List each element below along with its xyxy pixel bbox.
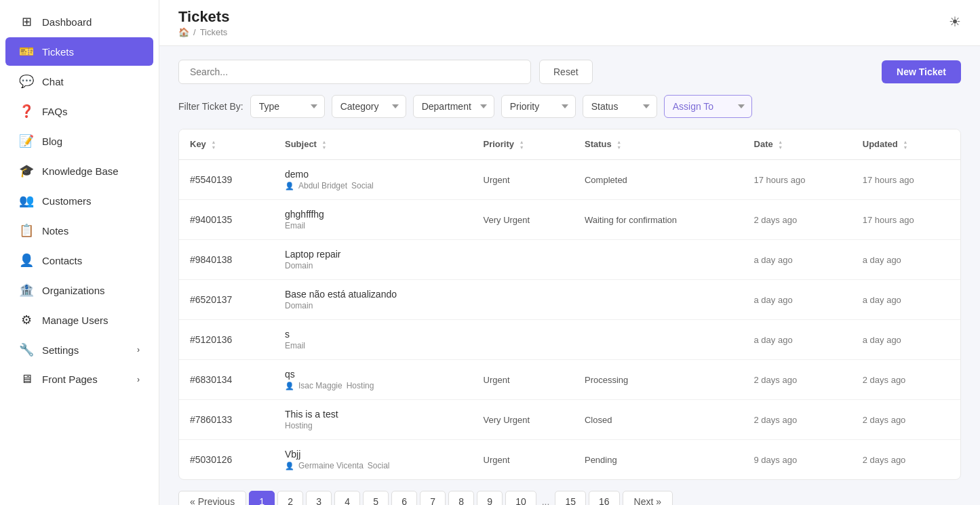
col-status: Status ▲▼ [574,129,743,160]
breadcrumb-home-icon: 🏠 [178,27,189,37]
sidebar-item-knowledge-base[interactable]: 🎓 Knowledge Base [5,157,153,185]
page-5-button[interactable]: 5 [363,491,389,505]
page-3-button[interactable]: 3 [306,491,332,505]
sidebar-item-customers[interactable]: 👥 Customers [5,186,153,215]
page-1-button[interactable]: 1 [249,491,275,505]
page-7-button[interactable]: 7 [420,491,446,505]
page-10-button[interactable]: 10 [505,491,536,505]
filter-row: Filter Ticket By: Type Category Departme… [178,95,961,118]
main-content: Tickets 🏠 / Tickets ☀ Reset New Ticket F… [159,0,980,505]
subject-user: Abdul Bridget [298,181,347,190]
table-row[interactable]: #7860133 This is a test Hosting Very Urg… [179,400,960,440]
col-key: Key ▲▼ [179,129,274,160]
theme-toggle-icon[interactable]: ☀ [949,14,961,29]
page-15-button[interactable]: 15 [555,491,586,505]
sidebar-item-label: Contacts [42,255,82,266]
page-2-button[interactable]: 2 [277,491,303,505]
ticket-status: Waiting for confirmation [574,200,743,240]
ticket-subject: qs [285,369,462,380]
sidebar-item-faqs[interactable]: ❓ FAQs [5,97,153,125]
previous-button[interactable]: « Previous [178,491,246,505]
breadcrumb: 🏠 / Tickets [178,27,961,37]
sidebar-item-front-pages[interactable]: 🖥 Front Pages › [5,365,153,393]
notes-icon: 📋 [19,223,34,238]
ticket-priority: Very Urgent [473,200,574,240]
table-row[interactable]: #5120136 s Email a day ago a day ago [179,320,960,360]
ticket-priority [473,280,574,320]
filter-type-select[interactable]: Type [250,95,325,118]
ticket-key: #7860133 [179,400,274,440]
ticket-subject-cell: s Email [274,320,473,360]
page-9-button[interactable]: 9 [477,491,503,505]
table-row[interactable]: #9840138 Laptop repair Domain a day ago … [179,240,960,280]
filter-department-select[interactable]: Department [413,95,494,118]
subject-tag: Social [368,461,390,470]
table-row[interactable]: #5540139 demo 👤Abdul Bridget Social Urge… [179,160,960,200]
ticket-priority [473,240,574,280]
sidebar-item-settings[interactable]: 🔧 Settings › [5,336,153,364]
ticket-key: #5030126 [179,440,274,480]
ticket-status: Closed [574,400,743,440]
search-input[interactable] [178,60,531,84]
pagination-dots: ... [539,491,553,505]
ticket-updated: a day ago [852,280,960,320]
ticket-key: #9400135 [179,200,274,240]
ticket-updated: 17 hours ago [852,160,960,200]
ticket-priority: Urgent [473,440,574,480]
filter-category-select[interactable]: Category [332,95,406,118]
col-updated: Updated ▲▼ [852,129,960,160]
ticket-subject-cell: demo 👤Abdul Bridget Social [274,160,473,200]
new-ticket-button[interactable]: New Ticket [882,60,961,83]
ticket-date: 17 hours ago [743,160,852,200]
page-16-button[interactable]: 16 [589,491,620,505]
subject-user: Isac Maggie [298,381,342,390]
ticket-updated: a day ago [852,240,960,280]
filter-assign-to-select[interactable]: Assign To [664,95,752,118]
content-area: Reset New Ticket Filter Ticket By: Type … [159,46,980,505]
knowledge-base-icon: 🎓 [19,163,34,178]
sidebar-item-dashboard[interactable]: ⊞ Dashboard [5,7,153,36]
table-row[interactable]: #6830134 qs 👤Isac Maggie Hosting Urgent … [179,360,960,400]
sidebar-item-organizations[interactable]: 🏦 Organizations [5,276,153,304]
subject-tag: Hosting [285,421,313,430]
filter-priority-select[interactable]: Priority [501,95,576,118]
sidebar-item-label: Front Pages [42,373,98,385]
tickets-table: Key ▲▼ Subject ▲▼ Priority ▲▼ Status [179,129,960,479]
next-button[interactable]: Next » [623,491,673,505]
ticket-date: a day ago [743,280,852,320]
table-row[interactable]: #6520137 Base não está atualizando Domai… [179,280,960,320]
sidebar-item-tickets[interactable]: 🎫 Tickets [5,37,153,66]
ticket-key: #9840138 [179,240,274,280]
ticket-status: Pending [574,440,743,480]
sidebar-item-blog[interactable]: 📝 Blog [5,127,153,155]
user-icon: 👤 [285,462,294,470]
ticket-date: 2 days ago [743,360,852,400]
reset-button[interactable]: Reset [539,60,593,84]
ticket-priority [473,320,574,360]
sidebar-item-manage-users[interactable]: ⚙ Manage Users [5,306,153,334]
col-date: Date ▲▼ [743,129,852,160]
page-8-button[interactable]: 8 [448,491,474,505]
table-row[interactable]: #9400135 ghghfffhg Email Very Urgent Wai… [179,200,960,240]
page-4-button[interactable]: 4 [334,491,360,505]
sidebar-item-notes[interactable]: 📋 Notes [5,216,153,245]
ticket-subject-cell: Laptop repair Domain [274,240,473,280]
header-right: ☀ [949,14,961,30]
ticket-subject-cell: Base não está atualizando Domain [274,280,473,320]
chevron-icon: › [137,345,140,355]
tickets-table-container: Key ▲▼ Subject ▲▼ Priority ▲▼ Status [178,129,961,480]
page-title: Tickets [178,8,961,26]
subject-tag: Domain [285,261,313,270]
filter-status-select[interactable]: Status [583,95,657,118]
sidebar-item-label: Chat [42,76,64,87]
sidebar-item-label: Dashboard [42,16,92,28]
subject-tag: Social [351,181,374,190]
dashboard-icon: ⊞ [19,14,34,29]
sidebar-item-contacts[interactable]: 👤 Contacts [5,246,153,275]
toolbar: Reset New Ticket [178,60,961,84]
sidebar-item-chat[interactable]: 💬 Chat [5,67,153,96]
page-6-button[interactable]: 6 [391,491,417,505]
table-row[interactable]: #5030126 Vbjj 👤Germaine Vicenta Social U… [179,440,960,480]
ticket-date: 2 days ago [743,400,852,440]
sidebar-item-label: Knowledge Base [42,165,119,177]
